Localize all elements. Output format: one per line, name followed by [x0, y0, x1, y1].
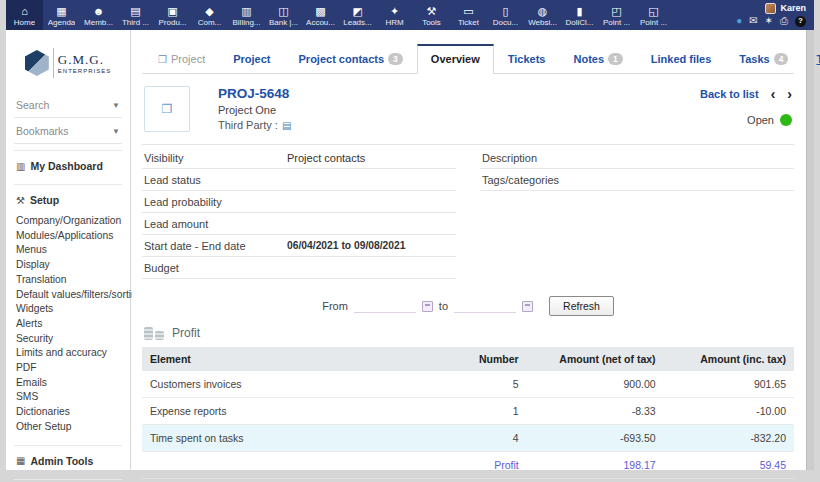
- sidebar-item-default-values[interactable]: Default values/filters/sorting: [14, 288, 122, 303]
- quick-icon-chat-icon[interactable]: ✉: [749, 16, 757, 26]
- module-label: Com...: [198, 18, 222, 27]
- calendar-icon[interactable]: [522, 301, 533, 312]
- tab-object-project[interactable]: ❐ Project: [144, 45, 219, 74]
- cell-inc: 901.65: [664, 371, 794, 398]
- tab-project[interactable]: Project: [219, 45, 284, 74]
- quick-icon-bug-icon[interactable]: ✶: [765, 16, 773, 26]
- sidebar-item-dictionaries[interactable]: Dictionaries: [14, 405, 122, 420]
- tab-strip: ❐ Project Project Project contacts 3 Ove…: [142, 43, 794, 74]
- quick-icon-print-icon[interactable]: ⎙: [780, 16, 788, 26]
- col-amount-inc[interactable]: Amount (inc. tax): [664, 347, 794, 371]
- sidebar-item-pdf[interactable]: PDF: [14, 361, 122, 376]
- user-menu[interactable]: Karen: [765, 3, 806, 14]
- sidebar-item-users-groups[interactable]: ☻ Users & Groups: [14, 479, 122, 482]
- refresh-button[interactable]: Refresh: [549, 296, 614, 316]
- sidebar-item-other-setup[interactable]: Other Setup: [14, 420, 122, 435]
- topbar-item-billing[interactable]: ▥ Billing...: [228, 0, 265, 30]
- from-date-input[interactable]: [354, 299, 416, 313]
- topbar-item-products[interactable]: ▣ Produ...: [154, 0, 191, 30]
- company-icon[interactable]: ▤: [282, 120, 291, 131]
- topbar-item-point-of-sale-2[interactable]: ◱ Point ...: [635, 0, 672, 30]
- to-date-input[interactable]: [454, 299, 516, 313]
- quick-icon-help-icon[interactable]: ?: [795, 16, 806, 27]
- module-label: Point ...: [603, 18, 630, 27]
- topbar-item-website[interactable]: ◍ Websi...: [524, 0, 561, 30]
- col-number[interactable]: Number: [435, 347, 526, 371]
- field-row-budget: Budget: [142, 257, 456, 279]
- table-row-time-spent-on-tasks[interactable]: Time spent on tasks 4 -693.50 -832.20: [142, 425, 794, 452]
- tab-tickets[interactable]: Tickets: [494, 45, 560, 74]
- module-label: Billing...: [232, 18, 260, 27]
- cell-number: 5: [435, 371, 526, 398]
- topbar-item-bank[interactable]: ◫ Bank |...: [265, 0, 302, 30]
- project-ref: PROJ-5648: [218, 86, 291, 101]
- setup-label: Setup: [30, 194, 59, 206]
- topbar-item-agenda[interactable]: ▦ Agenda: [43, 0, 80, 30]
- calendar-icon[interactable]: [422, 301, 433, 312]
- quick-icons: ●✉✶⎙?: [736, 16, 806, 27]
- col-element[interactable]: Element: [142, 347, 435, 371]
- module-icon: ▥: [241, 6, 251, 17]
- sidebar-item-company-organization[interactable]: Company/Organization: [14, 214, 122, 229]
- module-label: HRM: [385, 18, 403, 27]
- sidebar-item-admin-tools[interactable]: ▦ Admin Tools: [14, 445, 122, 473]
- field-label: Lead amount: [144, 218, 287, 230]
- topbar-item-commercial[interactable]: ◆ Com...: [191, 0, 228, 30]
- fields-right-column: Description Tags/categories: [480, 147, 794, 279]
- next-record-arrow[interactable]: ›: [787, 89, 792, 99]
- sidebar-item-security[interactable]: Security: [14, 332, 122, 347]
- date-filter-row: From to Refresh: [142, 296, 794, 316]
- topbar-item-leads[interactable]: ◩ Leads...: [339, 0, 376, 30]
- module-label: Bank |...: [269, 18, 298, 27]
- sidebar-item-sms[interactable]: SMS: [14, 390, 122, 405]
- topbar-item-ticket[interactable]: ▭ Ticket: [450, 0, 487, 30]
- vertical-scrollbar[interactable]: [806, 30, 814, 470]
- table-row-customers-invoices[interactable]: Customers invoices 5 900.00 901.65: [142, 371, 794, 398]
- from-label: From: [322, 300, 348, 312]
- sidebar-item-emails[interactable]: Emails: [14, 376, 122, 391]
- sidebar-item-setup[interactable]: ⚒ Setup: [14, 184, 122, 212]
- table-row-expense-reports[interactable]: Expense reports 1 -8.33 -10.00: [142, 398, 794, 425]
- prev-record-arrow[interactable]: ‹: [771, 89, 776, 99]
- sidebar-item-modules-applications[interactable]: Modules/Applications: [14, 229, 122, 244]
- money-icon: [144, 327, 164, 340]
- sidebar-item-translation[interactable]: Translation: [14, 273, 122, 288]
- sidebar-item-my-dashboard[interactable]: ▥ My Dashboard: [14, 150, 122, 178]
- tab-label: Tasks: [739, 53, 769, 65]
- topbar-item-accounting[interactable]: ▩ Accou...: [302, 0, 339, 30]
- top-menubar: ⌂ Home ▦ Agenda ☻ Memb... ▤ Third ... ▣ …: [6, 0, 814, 30]
- module-icon: ✦: [390, 6, 399, 17]
- topbar-item-tools[interactable]: ⚒ Tools: [413, 0, 450, 30]
- topbar-item-members[interactable]: ☻ Memb...: [80, 0, 117, 30]
- topbar-item-documents[interactable]: ▯ Docu...: [487, 0, 524, 30]
- quick-icon-globe-icon[interactable]: ●: [736, 16, 742, 26]
- tab-linked-files[interactable]: Linked files: [637, 45, 726, 74]
- back-to-list-link[interactable]: Back to list: [700, 88, 759, 100]
- project-thumbnail[interactable]: ❐: [144, 86, 190, 132]
- sidebar-item-widgets[interactable]: Widgets: [14, 302, 122, 317]
- bookmarks-label: Bookmarks: [16, 125, 69, 137]
- sidebar-item-menus[interactable]: Menus: [14, 243, 122, 258]
- topbar-item-dolicloud[interactable]: ▮ DoliCl...: [561, 0, 598, 30]
- col-amount-net[interactable]: Amount (net of tax): [527, 347, 664, 371]
- cell-number: 1: [435, 398, 526, 425]
- sidebar-item-limits-accuracy[interactable]: Limits and accuracy: [14, 346, 122, 361]
- tab-overview[interactable]: Overview: [417, 44, 494, 74]
- module-label: Point ...: [640, 18, 667, 27]
- search-dropdown[interactable]: Search ▼: [14, 92, 122, 118]
- module-icon: ☻: [93, 6, 105, 17]
- tab-project-contacts[interactable]: Project contacts 3: [285, 45, 417, 74]
- sidebar-item-alerts[interactable]: Alerts: [14, 317, 122, 332]
- module-label: DoliCl...: [565, 18, 593, 27]
- module-icon: ◆: [205, 6, 213, 17]
- sidebar-item-display[interactable]: Display: [14, 258, 122, 273]
- bookmarks-dropdown[interactable]: Bookmarks ▼: [14, 118, 122, 144]
- tab-badge: 1: [608, 53, 623, 65]
- topbar-item-hrm[interactable]: ✦ HRM: [376, 0, 413, 30]
- tab-notes[interactable]: Notes 1: [559, 45, 636, 74]
- tab-tasks[interactable]: Tasks 4: [725, 45, 802, 74]
- topbar-item-third-parties[interactable]: ▤ Third ...: [117, 0, 154, 30]
- topbar-item-point-of-sale[interactable]: ◰ Point ...: [598, 0, 635, 30]
- tab-label: Project: [233, 53, 270, 65]
- topbar-item-home[interactable]: ⌂ Home: [6, 0, 43, 30]
